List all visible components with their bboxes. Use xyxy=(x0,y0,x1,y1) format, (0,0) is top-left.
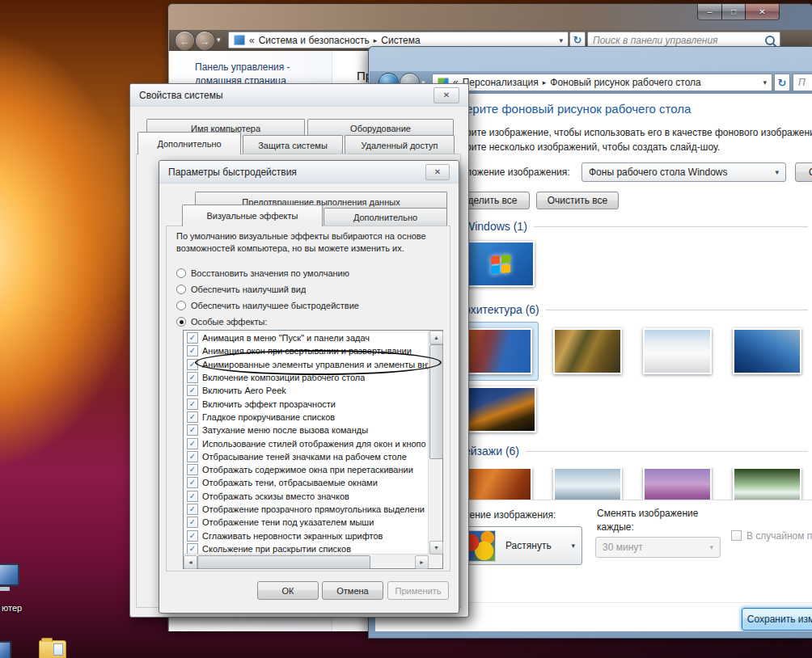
checkbox[interactable]: ✓ xyxy=(187,451,198,462)
effect-list-item[interactable]: ✓ Включить эффект прозрачности xyxy=(184,397,428,410)
radio-button[interactable] xyxy=(176,268,186,278)
effect-list-item[interactable]: ✓ Отображать эскизы вместо значков xyxy=(184,490,428,503)
tab-remote[interactable]: Удаленный доступ xyxy=(345,135,455,154)
interval-combobox[interactable]: 30 минут ▾ xyxy=(595,537,721,558)
tab-system-protection[interactable]: Защита системы xyxy=(243,135,343,154)
close-button[interactable]: ✕ xyxy=(745,4,780,20)
effect-list-item[interactable]: ✓ Отображать содержимое окна при перетас… xyxy=(184,463,428,476)
effect-list-item[interactable]: ✓ Отображение тени под указателем мыши xyxy=(184,516,428,529)
breadcrumb-item-background[interactable]: Фоновый рисунок рабочего стола xyxy=(550,77,701,88)
radio-option[interactable]: Восстановить значения по умолчанию xyxy=(176,265,443,281)
location-combobox[interactable]: Фоны рабочего стола Windows ▾ xyxy=(582,162,786,182)
minimize-button[interactable]: – xyxy=(697,4,722,20)
desktop-icon-computer[interactable] xyxy=(0,563,19,591)
wallpaper-thumbnail[interactable] xyxy=(553,328,622,374)
effect-list-item[interactable]: ✓ Анимированные элементы управления и эл… xyxy=(184,358,428,371)
scroll-down-button[interactable]: ▼ xyxy=(429,541,443,555)
effect-list-item[interactable]: ✓ Гладкое прокручивание списков xyxy=(184,411,428,424)
checkbox[interactable]: ✓ xyxy=(187,359,198,370)
dialog-titlebar[interactable]: Параметры быстродействия ✕ xyxy=(159,161,459,183)
desktop-icon-folder[interactable] xyxy=(39,640,66,658)
effect-list-item[interactable]: ✓ Отображать тени, отбрасываемые окнами xyxy=(184,476,428,489)
checkbox[interactable]: ✓ xyxy=(187,345,198,356)
scroll-left-button[interactable]: ◄ xyxy=(184,555,197,569)
close-button[interactable]: ✕ xyxy=(433,87,459,103)
wallpaper-thumbnail[interactable] xyxy=(643,328,712,374)
radio-option[interactable]: Особые эффекты: xyxy=(176,314,443,330)
wallpaper-thumbnail[interactable] xyxy=(643,467,712,500)
search-box[interactable]: П xyxy=(793,74,812,91)
maximize-button[interactable]: □ xyxy=(721,4,746,20)
save-changes-button[interactable]: Сохранить изм xyxy=(742,608,812,631)
position-combobox[interactable]: Растянуть ▾ xyxy=(455,526,582,565)
tab-hardware[interactable]: Оборудование xyxy=(307,119,454,137)
close-button[interactable]: ✕ xyxy=(425,164,450,180)
breadcrumb-bar[interactable]: « Персонализация ▸ Фоновый рисунок рабоч… xyxy=(432,74,772,91)
radio-button[interactable] xyxy=(176,301,186,310)
checkbox[interactable]: ✓ xyxy=(187,477,198,488)
wallpaper-thumbnail[interactable] xyxy=(467,386,536,432)
breadcrumb-dropdown-icon[interactable]: ▾ xyxy=(763,78,767,86)
checkbox[interactable]: ✓ xyxy=(187,372,198,383)
wallpaper-thumbnail[interactable] xyxy=(463,467,532,500)
breadcrumb-item-security[interactable]: Система и безопасность xyxy=(259,35,370,46)
effect-list-item[interactable]: ✓ Включить Aero Peek xyxy=(184,384,428,397)
radio-button[interactable] xyxy=(176,317,186,327)
effect-list-item[interactable]: ✓ Отображение прозрачного прямоугольника… xyxy=(184,503,428,516)
shuffle-checkbox[interactable] xyxy=(731,530,742,541)
breadcrumb-dropdown-icon[interactable]: ▾ xyxy=(559,36,563,44)
dialog-titlebar[interactable]: Свойства системы ✕ xyxy=(130,84,468,107)
scroll-up-button[interactable]: ▲ xyxy=(429,331,443,344)
wallpaper-thumbnail[interactable] xyxy=(553,467,622,500)
checkbox[interactable]: ✓ xyxy=(187,438,198,449)
effect-list-item[interactable]: ✓ Включение композиции рабочего стола xyxy=(184,371,428,384)
checkbox[interactable]: ✓ xyxy=(187,543,198,554)
cancel-button[interactable]: Отмена xyxy=(322,581,383,600)
effect-list-item[interactable]: ✓ Анимация в меню "Пуск" и панели задач xyxy=(184,331,428,344)
wallpaper-thumbnail[interactable] xyxy=(463,328,532,374)
checkbox[interactable]: ✓ xyxy=(187,424,198,436)
tab-visual-effects[interactable]: Визуальные эффекты xyxy=(182,205,323,226)
checkbox[interactable]: ✓ xyxy=(187,464,198,475)
wallpaper-thumbnail[interactable] xyxy=(733,467,801,500)
tab-advanced[interactable]: Дополнительно xyxy=(137,132,241,154)
effects-listbox[interactable]: ✓ Анимация в меню "Пуск" и панели задач … xyxy=(183,330,443,569)
checkbox[interactable]: ✓ xyxy=(187,504,198,515)
checkbox[interactable]: ✓ xyxy=(187,517,198,528)
browse-button[interactable]: Об xyxy=(795,162,812,182)
refresh-button[interactable]: ↻ xyxy=(774,74,790,91)
effect-list-item[interactable]: ✓ Анимация окон при свертывании и развер… xyxy=(184,344,428,357)
effect-list-item[interactable]: ✓ Сглаживать неровности экранных шрифтов xyxy=(184,529,428,542)
checkbox[interactable]: ✓ xyxy=(187,332,198,344)
radio-option[interactable]: Обеспечить наилучшее быстродействие xyxy=(176,297,443,314)
apply-button[interactable]: Применить xyxy=(387,581,449,600)
effect-list-item[interactable]: ✓ Использование стилей отображения для о… xyxy=(184,437,428,449)
effect-list-item[interactable]: ✓ Затухание меню после вызова команды xyxy=(184,424,428,437)
radio-button[interactable] xyxy=(176,285,186,294)
vertical-scroll-thumb[interactable] xyxy=(429,344,443,459)
checkbox[interactable]: ✓ xyxy=(187,530,198,542)
back-button[interactable]: ← xyxy=(175,31,195,51)
ok-button[interactable]: ОК xyxy=(257,581,319,600)
breadcrumb-item-system[interactable]: Система xyxy=(381,35,420,46)
clear-all-button[interactable]: Очистить все xyxy=(536,192,619,209)
effect-list-item[interactable]: ✓ Отбрасывание теней значками на рабочем… xyxy=(184,450,428,463)
horizontal-scroll-thumb[interactable] xyxy=(197,555,370,569)
search-icon[interactable] xyxy=(765,36,775,45)
desktop-icon-partial[interactable] xyxy=(0,641,11,658)
effect-list-item[interactable]: ✓ Скольжение при раскрытии списков xyxy=(184,542,428,554)
wallpaper-thumbnail[interactable] xyxy=(733,328,801,374)
checkbox[interactable]: ✓ xyxy=(187,491,198,502)
recent-pages-dropdown[interactable]: ▾ xyxy=(217,36,221,44)
vertical-scrollbar[interactable]: ▲ ▼ xyxy=(428,331,442,555)
tab-advanced[interactable]: Дополнительно xyxy=(324,208,447,226)
forward-button[interactable]: → xyxy=(195,31,215,51)
wallpaper-thumbnail[interactable] xyxy=(466,241,535,287)
checkbox[interactable]: ✓ xyxy=(187,399,198,410)
checkbox[interactable]: ✓ xyxy=(187,411,198,423)
breadcrumb-item-personalization[interactable]: Персонализация xyxy=(463,77,539,88)
scroll-right-button[interactable]: ► xyxy=(415,555,429,569)
checkbox[interactable]: ✓ xyxy=(187,385,198,396)
radio-option[interactable]: Обеспечить наилучший вид xyxy=(176,281,443,297)
horizontal-scrollbar[interactable]: ◄ ► xyxy=(184,554,429,568)
